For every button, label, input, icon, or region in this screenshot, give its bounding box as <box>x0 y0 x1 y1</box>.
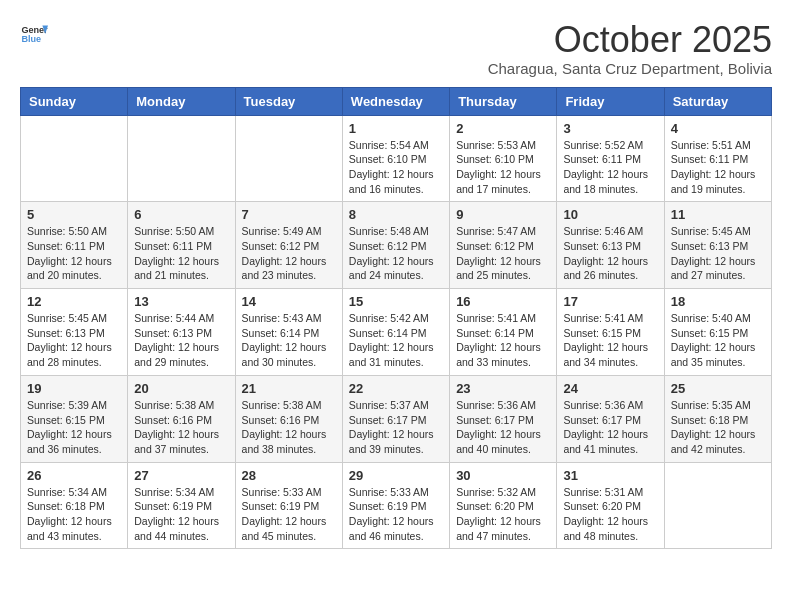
day-cell: 23Sunrise: 5:36 AM Sunset: 6:17 PM Dayli… <box>450 375 557 462</box>
day-cell: 2Sunrise: 5:53 AM Sunset: 6:10 PM Daylig… <box>450 115 557 202</box>
day-number: 20 <box>134 381 228 396</box>
day-cell: 4Sunrise: 5:51 AM Sunset: 6:11 PM Daylig… <box>664 115 771 202</box>
day-cell: 28Sunrise: 5:33 AM Sunset: 6:19 PM Dayli… <box>235 462 342 549</box>
day-cell: 18Sunrise: 5:40 AM Sunset: 6:15 PM Dayli… <box>664 289 771 376</box>
day-number: 4 <box>671 121 765 136</box>
day-number: 5 <box>27 207 121 222</box>
day-number: 30 <box>456 468 550 483</box>
day-detail: Sunrise: 5:39 AM Sunset: 6:15 PM Dayligh… <box>27 398 121 457</box>
day-number: 29 <box>349 468 443 483</box>
day-detail: Sunrise: 5:46 AM Sunset: 6:13 PM Dayligh… <box>563 224 657 283</box>
day-cell: 3Sunrise: 5:52 AM Sunset: 6:11 PM Daylig… <box>557 115 664 202</box>
day-detail: Sunrise: 5:34 AM Sunset: 6:18 PM Dayligh… <box>27 485 121 544</box>
day-number: 12 <box>27 294 121 309</box>
day-number: 6 <box>134 207 228 222</box>
day-cell: 29Sunrise: 5:33 AM Sunset: 6:19 PM Dayli… <box>342 462 449 549</box>
day-number: 8 <box>349 207 443 222</box>
day-number: 28 <box>242 468 336 483</box>
day-detail: Sunrise: 5:43 AM Sunset: 6:14 PM Dayligh… <box>242 311 336 370</box>
day-detail: Sunrise: 5:45 AM Sunset: 6:13 PM Dayligh… <box>27 311 121 370</box>
day-detail: Sunrise: 5:34 AM Sunset: 6:19 PM Dayligh… <box>134 485 228 544</box>
day-detail: Sunrise: 5:41 AM Sunset: 6:15 PM Dayligh… <box>563 311 657 370</box>
day-cell: 20Sunrise: 5:38 AM Sunset: 6:16 PM Dayli… <box>128 375 235 462</box>
day-detail: Sunrise: 5:47 AM Sunset: 6:12 PM Dayligh… <box>456 224 550 283</box>
day-number: 22 <box>349 381 443 396</box>
day-number: 14 <box>242 294 336 309</box>
day-cell: 24Sunrise: 5:36 AM Sunset: 6:17 PM Dayli… <box>557 375 664 462</box>
logo: General Blue <box>20 20 48 48</box>
day-detail: Sunrise: 5:53 AM Sunset: 6:10 PM Dayligh… <box>456 138 550 197</box>
day-cell: 1Sunrise: 5:54 AM Sunset: 6:10 PM Daylig… <box>342 115 449 202</box>
weekday-header-sunday: Sunday <box>21 87 128 115</box>
day-detail: Sunrise: 5:48 AM Sunset: 6:12 PM Dayligh… <box>349 224 443 283</box>
day-detail: Sunrise: 5:54 AM Sunset: 6:10 PM Dayligh… <box>349 138 443 197</box>
day-number: 15 <box>349 294 443 309</box>
logo-icon: General Blue <box>20 20 48 48</box>
day-detail: Sunrise: 5:38 AM Sunset: 6:16 PM Dayligh… <box>134 398 228 457</box>
weekday-header-saturday: Saturday <box>664 87 771 115</box>
day-number: 2 <box>456 121 550 136</box>
day-number: 26 <box>27 468 121 483</box>
day-cell: 22Sunrise: 5:37 AM Sunset: 6:17 PM Dayli… <box>342 375 449 462</box>
day-cell: 11Sunrise: 5:45 AM Sunset: 6:13 PM Dayli… <box>664 202 771 289</box>
day-detail: Sunrise: 5:44 AM Sunset: 6:13 PM Dayligh… <box>134 311 228 370</box>
weekday-header-tuesday: Tuesday <box>235 87 342 115</box>
day-detail: Sunrise: 5:52 AM Sunset: 6:11 PM Dayligh… <box>563 138 657 197</box>
day-detail: Sunrise: 5:35 AM Sunset: 6:18 PM Dayligh… <box>671 398 765 457</box>
day-number: 7 <box>242 207 336 222</box>
day-number: 31 <box>563 468 657 483</box>
week-row-4: 26Sunrise: 5:34 AM Sunset: 6:18 PM Dayli… <box>21 462 772 549</box>
title-section: October 2025 Charagua, Santa Cruz Depart… <box>488 20 772 77</box>
day-number: 1 <box>349 121 443 136</box>
week-row-1: 5Sunrise: 5:50 AM Sunset: 6:11 PM Daylig… <box>21 202 772 289</box>
day-number: 16 <box>456 294 550 309</box>
day-number: 23 <box>456 381 550 396</box>
weekday-header-thursday: Thursday <box>450 87 557 115</box>
day-cell: 31Sunrise: 5:31 AM Sunset: 6:20 PM Dayli… <box>557 462 664 549</box>
day-number: 3 <box>563 121 657 136</box>
day-detail: Sunrise: 5:31 AM Sunset: 6:20 PM Dayligh… <box>563 485 657 544</box>
day-cell: 30Sunrise: 5:32 AM Sunset: 6:20 PM Dayli… <box>450 462 557 549</box>
day-cell: 6Sunrise: 5:50 AM Sunset: 6:11 PM Daylig… <box>128 202 235 289</box>
svg-text:Blue: Blue <box>21 34 41 44</box>
day-number: 25 <box>671 381 765 396</box>
day-cell: 16Sunrise: 5:41 AM Sunset: 6:14 PM Dayli… <box>450 289 557 376</box>
day-detail: Sunrise: 5:50 AM Sunset: 6:11 PM Dayligh… <box>27 224 121 283</box>
week-row-2: 12Sunrise: 5:45 AM Sunset: 6:13 PM Dayli… <box>21 289 772 376</box>
day-detail: Sunrise: 5:45 AM Sunset: 6:13 PM Dayligh… <box>671 224 765 283</box>
day-detail: Sunrise: 5:50 AM Sunset: 6:11 PM Dayligh… <box>134 224 228 283</box>
page-header: General Blue October 2025 Charagua, Sant… <box>20 20 772 77</box>
day-cell: 7Sunrise: 5:49 AM Sunset: 6:12 PM Daylig… <box>235 202 342 289</box>
day-cell: 12Sunrise: 5:45 AM Sunset: 6:13 PM Dayli… <box>21 289 128 376</box>
day-cell: 27Sunrise: 5:34 AM Sunset: 6:19 PM Dayli… <box>128 462 235 549</box>
day-number: 17 <box>563 294 657 309</box>
month-title: October 2025 <box>488 20 772 60</box>
day-cell: 21Sunrise: 5:38 AM Sunset: 6:16 PM Dayli… <box>235 375 342 462</box>
day-cell <box>664 462 771 549</box>
day-cell: 14Sunrise: 5:43 AM Sunset: 6:14 PM Dayli… <box>235 289 342 376</box>
day-detail: Sunrise: 5:38 AM Sunset: 6:16 PM Dayligh… <box>242 398 336 457</box>
day-cell <box>21 115 128 202</box>
day-number: 18 <box>671 294 765 309</box>
weekday-header-row: SundayMondayTuesdayWednesdayThursdayFrid… <box>21 87 772 115</box>
day-number: 11 <box>671 207 765 222</box>
day-number: 24 <box>563 381 657 396</box>
weekday-header-wednesday: Wednesday <box>342 87 449 115</box>
week-row-3: 19Sunrise: 5:39 AM Sunset: 6:15 PM Dayli… <box>21 375 772 462</box>
day-detail: Sunrise: 5:36 AM Sunset: 6:17 PM Dayligh… <box>456 398 550 457</box>
calendar-table: SundayMondayTuesdayWednesdayThursdayFrid… <box>20 87 772 550</box>
day-cell: 26Sunrise: 5:34 AM Sunset: 6:18 PM Dayli… <box>21 462 128 549</box>
day-detail: Sunrise: 5:36 AM Sunset: 6:17 PM Dayligh… <box>563 398 657 457</box>
week-row-0: 1Sunrise: 5:54 AM Sunset: 6:10 PM Daylig… <box>21 115 772 202</box>
day-number: 19 <box>27 381 121 396</box>
day-detail: Sunrise: 5:51 AM Sunset: 6:11 PM Dayligh… <box>671 138 765 197</box>
weekday-header-friday: Friday <box>557 87 664 115</box>
day-cell: 10Sunrise: 5:46 AM Sunset: 6:13 PM Dayli… <box>557 202 664 289</box>
day-number: 27 <box>134 468 228 483</box>
day-cell: 13Sunrise: 5:44 AM Sunset: 6:13 PM Dayli… <box>128 289 235 376</box>
day-cell: 9Sunrise: 5:47 AM Sunset: 6:12 PM Daylig… <box>450 202 557 289</box>
day-detail: Sunrise: 5:32 AM Sunset: 6:20 PM Dayligh… <box>456 485 550 544</box>
day-cell: 5Sunrise: 5:50 AM Sunset: 6:11 PM Daylig… <box>21 202 128 289</box>
day-number: 10 <box>563 207 657 222</box>
day-cell <box>128 115 235 202</box>
